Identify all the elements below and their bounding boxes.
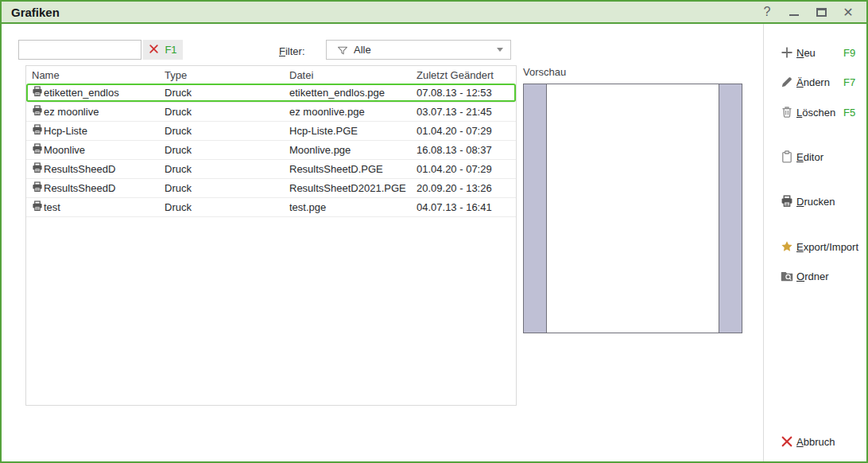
plus-icon: [779, 46, 794, 59]
search-input[interactable]: [18, 40, 141, 60]
preview-box: [523, 84, 742, 333]
filter-dropdown[interactable]: Alle: [326, 40, 511, 60]
row-geaendert: 01.04.20 - 07:29: [417, 163, 516, 175]
row-name: Moonlive: [44, 144, 85, 156]
row-datei: ResultsSheetD2021.PGE: [289, 182, 417, 194]
sidebar-button-label: Ändern: [796, 76, 830, 88]
star-icon: [779, 240, 794, 253]
pencil-icon: [779, 76, 794, 88]
row-datei: Moonlive.pge: [289, 144, 417, 156]
sidebar-button-fkey: F5: [843, 107, 855, 119]
filter-value: Alle: [354, 44, 371, 56]
clear-x-icon: [149, 44, 159, 56]
column-header-name[interactable]: Name: [32, 69, 165, 81]
row-datei: ez moonlive.pge: [289, 106, 417, 118]
row-datei: etiketten_endlos.pge: [289, 87, 417, 99]
sidebar-button-label: Löschen: [796, 107, 835, 119]
row-name: ez moonlive: [44, 106, 99, 118]
printer-icon: [32, 143, 44, 157]
preview-right-stripe: [719, 84, 742, 333]
sidebar-button-label: Ordner: [796, 270, 828, 282]
window-title: Grafiken: [2, 6, 60, 19]
grafiken-window: Grafiken ? ✕ F1 Filter: Alle Name Type D…: [0, 0, 868, 463]
row-type: Druck: [165, 125, 289, 137]
window-controls: ? ✕: [760, 4, 866, 20]
printer-icon: [32, 86, 44, 99]
sidebar-button-fkey: F7: [843, 76, 855, 88]
printer-icon: [32, 105, 44, 119]
row-datei: ResultsSheetD.PGE: [289, 163, 417, 175]
trash-icon: [779, 106, 794, 119]
row-type: Druck: [165, 163, 289, 175]
sidebar-button-label: Drucken: [796, 196, 835, 208]
row-name: ResultsSheedD: [44, 163, 115, 175]
table-header: Name Type Datei Zuletzt Geändert: [26, 66, 516, 84]
sidebar-button-neu[interactable]: Neu F9: [764, 42, 868, 63]
row-geaendert: 07.08.13 - 12:53: [417, 87, 516, 99]
table-row[interactable]: ResultsSheedD Druck ResultsSheetD2021.PG…: [26, 179, 516, 198]
preview-label: Vorschau: [523, 66, 566, 78]
sidebar-button-drucken[interactable]: Drucken: [764, 191, 868, 212]
row-name: Hcp-Liste: [44, 125, 87, 137]
funnel-icon: [327, 44, 354, 56]
row-name: ResultsSheedD: [44, 182, 115, 194]
printer-icon: [779, 195, 794, 208]
row-geaendert: 20.09.20 - 13:26: [417, 182, 516, 194]
row-geaendert: 01.04.20 - 07:29: [417, 125, 516, 137]
sidebar-button-label: Export/Import: [796, 241, 858, 253]
sidebar-button-loeschen[interactable]: Löschen F5: [764, 102, 868, 123]
table-row[interactable]: ez moonlive Druck ez moonlive.pge 03.07.…: [26, 103, 516, 122]
sidebar-button-fkey: F9: [843, 47, 855, 59]
column-header-type[interactable]: Type: [165, 69, 289, 81]
row-type: Druck: [165, 201, 289, 213]
row-geaendert: 16.08.13 - 08:37: [417, 144, 516, 156]
printer-icon: [32, 181, 44, 195]
graphics-list-panel: Name Type Datei Zuletzt Geändert etikett…: [25, 65, 517, 406]
filter-label: Filter:: [279, 45, 305, 57]
table-row[interactable]: ResultsSheedD Druck ResultsSheetD.PGE 01…: [26, 160, 516, 179]
sidebar-button-label: Neu: [796, 47, 816, 59]
clear-search-button[interactable]: F1: [143, 40, 183, 60]
minimize-icon[interactable]: [787, 4, 801, 20]
clipboard-icon: [779, 150, 794, 163]
table-row[interactable]: test Druck test.pge 04.07.13 - 16:41: [26, 198, 516, 217]
row-datei: Hcp-Liste.PGE: [289, 125, 417, 137]
table-row[interactable]: etiketten_endlos Druck etiketten_endlos.…: [26, 84, 516, 103]
clear-fkey-label: F1: [165, 44, 176, 56]
row-geaendert: 04.07.13 - 16:41: [417, 201, 516, 213]
preview-left-stripe: [524, 84, 547, 333]
printer-icon: [32, 124, 44, 138]
sidebar-button-aendern[interactable]: Ändern F7: [764, 72, 868, 92]
titlebar: Grafiken ? ✕: [2, 2, 866, 24]
sidebar-button-editor[interactable]: Editor: [764, 146, 868, 167]
sidebar-button-ordner[interactable]: Ordner: [764, 266, 868, 286]
chevron-down-icon: [497, 45, 503, 55]
sidebar-button-label: Abbruch: [796, 436, 835, 448]
table-row[interactable]: Hcp-Liste Druck Hcp-Liste.PGE 01.04.20 -…: [26, 122, 516, 141]
sidebar-button-export-import[interactable]: Export/Import: [764, 236, 868, 257]
row-type: Druck: [165, 144, 289, 156]
sidebar-button-label: Editor: [796, 151, 823, 163]
table-row[interactable]: Moonlive Druck Moonlive.pge 16.08.13 - 0…: [26, 141, 516, 160]
row-name: test: [44, 201, 60, 213]
row-type: Druck: [165, 106, 289, 118]
column-header-geaendert[interactable]: Zuletzt Geändert: [417, 69, 516, 81]
row-geaendert: 03.07.13 - 21:45: [417, 106, 516, 118]
help-icon[interactable]: ?: [760, 4, 774, 20]
column-header-datei[interactable]: Datei: [289, 69, 417, 81]
row-type: Druck: [165, 87, 289, 99]
table-body: etiketten_endlos Druck etiketten_endlos.…: [26, 84, 516, 217]
sidebar: Neu F9 Ändern F7 Löschen F5 Editor: [764, 24, 868, 461]
printer-icon: [32, 200, 44, 214]
sidebar-button-abbruch[interactable]: Abbruch: [764, 431, 868, 452]
close-icon[interactable]: ✕: [841, 4, 855, 20]
row-datei: test.pge: [289, 201, 417, 213]
maximize-icon[interactable]: [814, 4, 828, 20]
close-red-icon: [779, 435, 794, 448]
row-type: Druck: [165, 182, 289, 194]
row-name: etiketten_endlos: [44, 87, 119, 99]
folder-search-icon: [779, 270, 794, 282]
printer-icon: [32, 162, 44, 176]
